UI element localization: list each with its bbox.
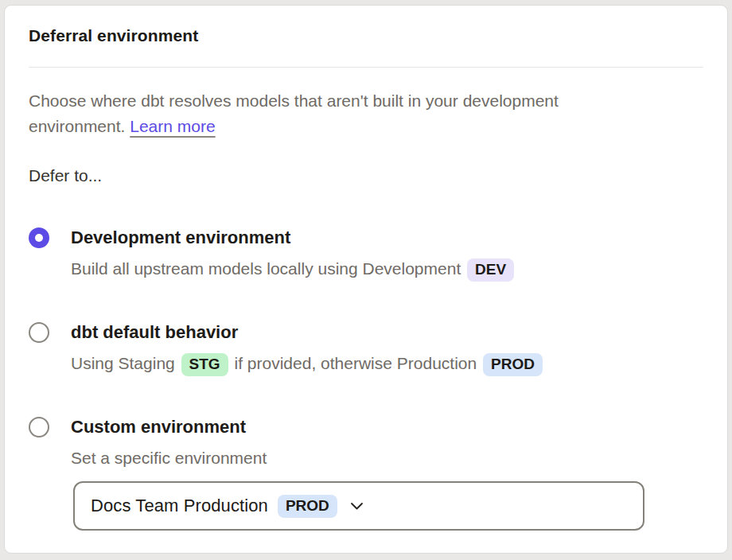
env-badge-dev: DEV [467, 259, 514, 282]
option-body: dbt default behavior Using Staging STG i… [71, 321, 544, 376]
intro-text: Choose where dbt resolves models that ar… [29, 88, 703, 139]
option-desc-development: Build all upstream models locally using … [71, 257, 516, 282]
env-badge-stg: STG [181, 353, 228, 376]
dropdown-selected-value: Docs Team Production [91, 496, 268, 516]
option-desc-dbt-default: Using Staging STG if provided, otherwise… [71, 352, 544, 376]
option-custom-environment[interactable]: Custom environment Set a specific enviro… [29, 416, 703, 470]
radio-dbt-default-behavior[interactable] [29, 322, 49, 343]
intro-line2: environment. [29, 117, 125, 135]
desc-part1: Using Staging [71, 354, 175, 372]
option-dbt-default-behavior[interactable]: dbt default behavior Using Staging STG i… [29, 321, 703, 376]
deferral-options-group: Development environment Build all upstre… [29, 227, 703, 470]
card-title: Deferral environment [29, 25, 703, 46]
desc-part2: if provided, otherwise Production [235, 354, 477, 372]
option-label-development[interactable]: Development environment [71, 227, 516, 249]
defer-to-label: Defer to... [29, 164, 703, 188]
chevron-down-icon [350, 502, 364, 511]
radio-custom-environment[interactable] [29, 417, 49, 438]
radio-development-environment[interactable] [29, 228, 49, 248]
deferral-environment-card: Deferral environment Choose where dbt re… [4, 5, 728, 554]
title-divider [29, 67, 703, 68]
env-badge-prod-selected: PROD [278, 495, 337, 518]
env-badge-prod: PROD [483, 353, 543, 376]
desc-text: Build all upstream models locally using … [71, 259, 461, 278]
intro-line1: Choose where dbt resolves models that ar… [29, 91, 559, 110]
option-development-environment[interactable]: Development environment Build all upstre… [29, 227, 703, 282]
option-body: Development environment Build all upstre… [71, 227, 516, 282]
option-label-custom[interactable]: Custom environment [71, 416, 267, 438]
learn-more-link[interactable]: Learn more [130, 117, 215, 135]
option-body: Custom environment Set a specific enviro… [71, 416, 267, 470]
option-desc-custom: Set a specific environment [71, 446, 267, 470]
environment-select-dropdown[interactable]: Docs Team Production PROD [73, 481, 644, 531]
option-label-dbt-default[interactable]: dbt default behavior [71, 321, 544, 344]
